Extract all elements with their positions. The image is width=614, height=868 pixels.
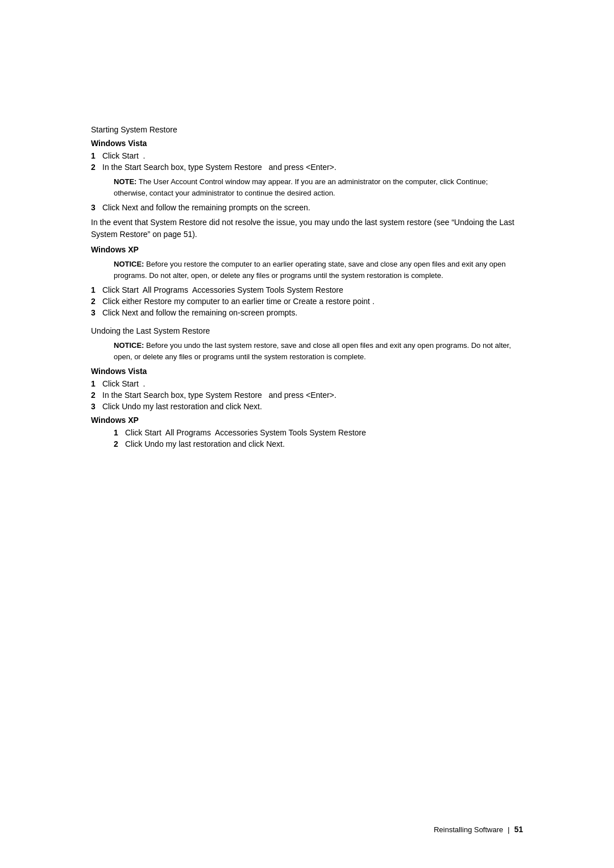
xp2-step-2-num: 2 [114,439,125,448]
vista-step3-list: 3 Click Next and follow the remaining pr… [91,203,523,212]
vista-step-3-num: 3 [91,203,102,212]
starting-system-restore-section: Starting System Restore Windows Vista 1 … [91,125,523,317]
vista-step-1-text: Click Start . [102,151,523,160]
vista2-step-2: 2 In the Start Search box, type System R… [91,391,523,400]
vista2-step-2-num: 2 [91,391,102,400]
windows-xp-heading-2: Windows XP [91,416,523,425]
vista-step-2-text: In the Start Search box, type System Res… [102,163,523,172]
xp-step-1-num: 1 [91,285,102,294]
xp-step-3-num: 3 [91,308,102,317]
vista-note-box: NOTE: The User Account Control window ma… [114,176,523,198]
xp-step-1-text: Click Start All Programs Accessories Sys… [102,285,523,294]
undo-notice-text: Before you undo the last system restore,… [114,341,511,361]
footer-page-number: 51 [514,825,523,834]
vista2-step-2-text: In the Start Search box, type System Res… [102,391,523,400]
starting-title: Starting System Restore [91,125,523,134]
windows-vista-heading-1: Windows Vista [91,139,523,148]
undo-notice-label: NOTICE: [114,341,144,350]
vista-note-text: The User Account Control window may appe… [114,177,488,197]
xp2-step-2-text: Click Undo my last restoration and click… [125,439,523,448]
xp2-step-1: 1 Click Start All Programs Accessories S… [114,428,523,437]
xp-notice-text: Before you restore the computer to an ea… [114,260,505,280]
xp-step-3-text: Click Next and follow the remaining on-s… [102,308,523,317]
page-footer: Reinstalling Software | 51 [434,825,523,834]
xp-step-3: 3 Click Next and follow the remaining on… [91,308,523,317]
xp-step-2: 2 Click either Restore my computer to an… [91,297,523,306]
vista-step-3-text: Click Next and follow the remaining prom… [102,203,523,212]
xp-notice-box: NOTICE: Before you restore the computer … [114,259,523,281]
vista-step-1-num: 1 [91,151,102,160]
xp-steps-list: 1 Click Start All Programs Accessories S… [91,285,523,317]
vista-note-label: NOTE: [114,177,136,186]
vista-steps-list: 1 Click Start . 2 In the Start Search bo… [91,151,523,172]
vista2-step-3-text: Click Undo my last restoration and click… [102,402,523,411]
windows-vista-heading-2: Windows Vista [91,367,523,376]
vista2-step-1: 1 Click Start . [91,379,523,388]
vista-step-1: 1 Click Start . [91,151,523,160]
windows-xp-heading-1: Windows XP [91,245,523,254]
xp-notice-label: NOTICE: [114,260,144,268]
xp-step-2-text: Click either Restore my computer to an e… [102,297,523,306]
undoing-title: Undoing the Last System Restore [91,326,523,335]
page: Starting System Restore Windows Vista 1 … [0,0,614,868]
vista2-step-3-num: 3 [91,402,102,411]
xp2-steps-list: 1 Click Start All Programs Accessories S… [114,428,523,448]
vista2-step-3: 3 Click Undo my last restoration and cli… [91,402,523,411]
undo-notice-box: NOTICE: Before you undo the last system … [114,340,523,362]
vista2-step-1-num: 1 [91,379,102,388]
footer-separator: | [508,825,509,834]
xp-step-1: 1 Click Start All Programs Accessories S… [91,285,523,294]
vista2-steps-list: 1 Click Start . 2 In the Start Search bo… [91,379,523,411]
xp2-step-1-num: 1 [114,428,125,437]
vista2-step-1-text: Click Start . [102,379,523,388]
xp2-step-2: 2 Click Undo my last restoration and cli… [114,439,523,448]
xp-step-2-num: 2 [91,297,102,306]
xp2-step-1-text: Click Start All Programs Accessories Sys… [125,428,523,437]
vista-step-2: 2 In the Start Search box, type System R… [91,163,523,172]
footer-label: Reinstalling Software [434,825,503,834]
vista-step-3: 3 Click Next and follow the remaining pr… [91,203,523,212]
undoing-section: Undoing the Last System Restore NOTICE: … [91,326,523,448]
vista-step-2-num: 2 [91,163,102,172]
body-text-resolve: In the event that System Restore did not… [91,217,523,240]
